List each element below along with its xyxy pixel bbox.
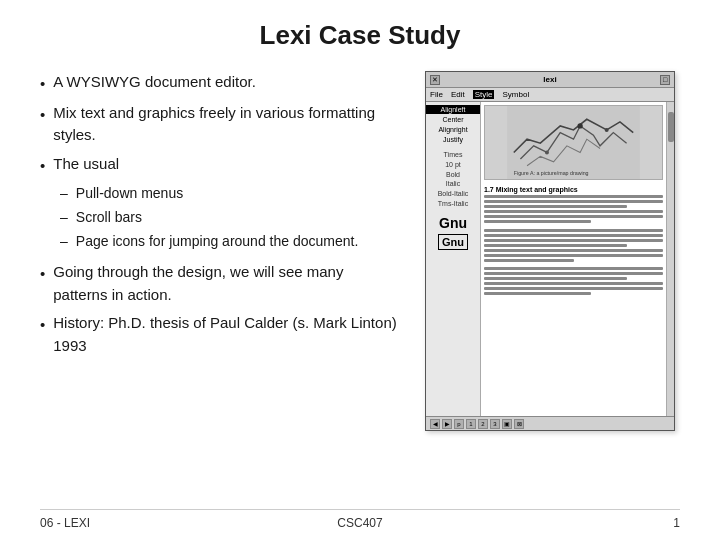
doc-spacer-2 [484, 264, 663, 266]
bullet-dot-5: • [40, 314, 45, 337]
menu-style[interactable]: Style [473, 90, 495, 99]
doc-maximize-button[interactable]: □ [660, 75, 670, 85]
bullet-text-3: The usual [53, 153, 119, 176]
sidebar-justify[interactable]: Justify [426, 135, 480, 144]
menu-file[interactable]: File [430, 90, 443, 99]
doc-line-17 [484, 282, 663, 285]
doc-line-9 [484, 239, 663, 242]
toolbar-btn-4[interactable]: 1 [466, 419, 476, 429]
doc-body: Alignleft Center Alignright Justify Time… [426, 102, 674, 416]
bullet-dot-1: • [40, 73, 45, 96]
doc-line-10 [484, 244, 627, 247]
toolbar-btn-3[interactable]: p [454, 419, 464, 429]
slide-footer: 06 - LEXI CSC407 1 [40, 509, 680, 530]
toolbar-btn-7[interactable]: ▣ [502, 419, 512, 429]
doc-line-11 [484, 249, 663, 252]
sidebar-alignright[interactable]: Alignright [426, 125, 480, 134]
doc-scrollbar[interactable] [666, 102, 674, 416]
bullet-text-1: A WYSIWYG document editor. [53, 71, 256, 94]
sub-bullet-text-2: Scroll bars [76, 207, 142, 228]
sub-bullet-3: – Page icons for jumping around the docu… [60, 231, 400, 252]
bullet-5: • History: Ph.D. thesis of Paul Calder (… [40, 312, 400, 357]
toolbar-btn-8[interactable]: ⊠ [514, 419, 524, 429]
doc-map-svg: Figure A: a picture/map drawing [485, 106, 662, 179]
bullet-2: • Mix text and graphics freely in variou… [40, 102, 400, 147]
doc-section-title: 1.7 Mixing text and graphics [484, 186, 663, 193]
svg-text:Figure A: a picture/map drawin: Figure A: a picture/map drawing [514, 170, 589, 176]
sub-bullet-2: – Scroll bars [60, 207, 400, 228]
sub-bullet-text-3: Page icons for jumping around the docume… [76, 231, 359, 252]
sub-bullet-dash-1: – [60, 183, 68, 204]
doc-line-19 [484, 292, 591, 295]
doc-line-4 [484, 210, 663, 213]
doc-line-2 [484, 200, 663, 203]
doc-line-3 [484, 205, 627, 208]
bullet-text-4: Going through the design, we will see ma… [53, 261, 400, 306]
doc-toolbar: ◀ ▶ p 1 2 3 ▣ ⊠ [426, 416, 674, 430]
bullet-4: • Going through the design, we will see … [40, 261, 400, 306]
bullet-dot-2: • [40, 104, 45, 127]
footer-right: 1 [467, 516, 680, 530]
doc-title-text: lexi [444, 75, 656, 84]
doc-scrollbar-thumb[interactable] [668, 112, 674, 142]
doc-line-6 [484, 220, 591, 223]
sub-bullet-1: – Pull-down menus [60, 183, 400, 204]
svg-point-2 [545, 150, 549, 154]
slide-content: • A WYSIWYG document editor. • Mix text … [40, 71, 680, 503]
svg-point-3 [605, 128, 609, 132]
toolbar-btn-2[interactable]: ▶ [442, 419, 452, 429]
footer-center: CSC407 [253, 516, 466, 530]
doc-line-12 [484, 254, 663, 257]
footer-left: 06 - LEXI [40, 516, 253, 530]
doc-spacer [484, 225, 663, 228]
sidebar-alignleft[interactable]: Alignleft [426, 105, 480, 114]
sub-bullet-dash-3: – [60, 231, 68, 252]
menu-edit[interactable]: Edit [451, 90, 465, 99]
bullet-text-2: Mix text and graphics freely in various … [53, 102, 400, 147]
doc-line-18 [484, 287, 663, 290]
sidebar-gnu-1: Gnu [439, 215, 467, 231]
left-column: • A WYSIWYG document editor. • Mix text … [40, 71, 400, 503]
document-window: ✕ lexi □ File Edit Style Symbol Alignlef… [425, 71, 675, 431]
bullet-text-5: History: Ph.D. thesis of Paul Calder (s.… [53, 312, 400, 357]
sub-bullets: – Pull-down menus – Scroll bars – Page i… [60, 183, 400, 255]
sub-bullet-text-1: Pull-down menus [76, 183, 183, 204]
doc-titlebar: ✕ lexi □ [426, 72, 674, 88]
right-column: ✕ lexi □ File Edit Style Symbol Alignlef… [420, 71, 680, 503]
svg-point-1 [577, 123, 582, 128]
doc-line-16 [484, 277, 627, 280]
slide-container: Lexi Case Study • A WYSIWYG document edi… [0, 0, 720, 540]
doc-line-7 [484, 229, 663, 232]
doc-sidebar: Alignleft Center Alignright Justify Time… [426, 102, 481, 416]
toolbar-btn-5[interactable]: 2 [478, 419, 488, 429]
sidebar-gnu-2: Gnu [438, 234, 468, 250]
bullet-dot-4: • [40, 263, 45, 286]
bullet-1: • A WYSIWYG document editor. [40, 71, 400, 96]
doc-close-button[interactable]: ✕ [430, 75, 440, 85]
doc-line-13 [484, 259, 574, 262]
toolbar-btn-6[interactable]: 3 [490, 419, 500, 429]
svg-rect-0 [507, 106, 640, 179]
doc-main: Figure A: a picture/map drawing 1.7 Mixi… [481, 102, 666, 416]
doc-line-15 [484, 272, 663, 275]
slide-title: Lexi Case Study [40, 20, 680, 51]
bullet-3: • The usual [40, 153, 400, 178]
doc-menubar: File Edit Style Symbol [426, 88, 674, 102]
doc-line-8 [484, 234, 663, 237]
doc-image-area: Figure A: a picture/map drawing [484, 105, 663, 180]
bullet-dot-3: • [40, 155, 45, 178]
sidebar-center[interactable]: Center [426, 115, 480, 124]
doc-line-5 [484, 215, 663, 218]
sub-bullet-dash-2: – [60, 207, 68, 228]
doc-content-area: Figure A: a picture/map drawing 1.7 Mixi… [484, 105, 663, 413]
doc-line-14 [484, 267, 663, 270]
doc-line-1 [484, 195, 663, 198]
toolbar-btn-1[interactable]: ◀ [430, 419, 440, 429]
sidebar-extra-text: Times10 ptBoldItalicBold-ItalicTms-Itali… [436, 149, 471, 210]
menu-symbol[interactable]: Symbol [502, 90, 529, 99]
